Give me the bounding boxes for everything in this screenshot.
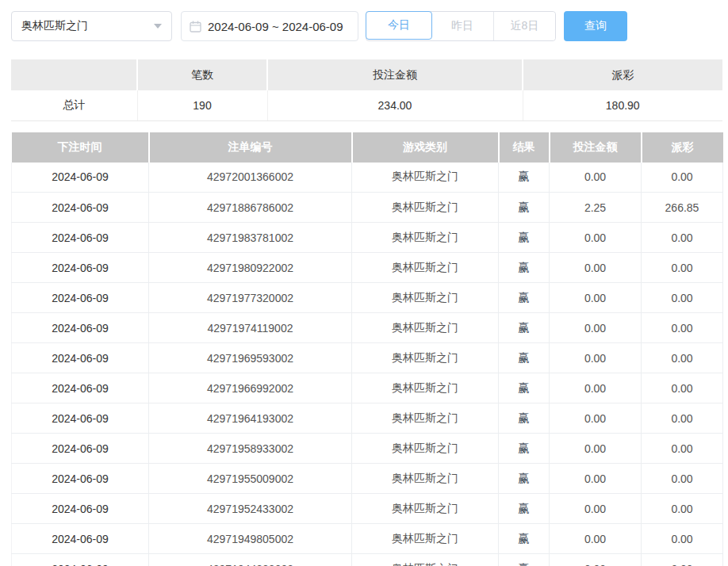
cell-payout: 0.00 bbox=[642, 464, 723, 494]
game-select[interactable]: 奥林匹斯之门 bbox=[11, 11, 172, 41]
cell-order-id: 42971955009002 bbox=[149, 464, 352, 494]
header-game-type: 游戏类别 bbox=[352, 132, 499, 163]
cell-bet-time: 2024-06-09 bbox=[12, 283, 149, 313]
cell-payout: 0.00 bbox=[642, 434, 723, 464]
cell-result: 赢 bbox=[499, 193, 550, 223]
cell-game-type: 奥林匹斯之门 bbox=[352, 554, 499, 566]
cell-payout: 0.00 bbox=[642, 343, 723, 373]
table-row: 2024-06-0942971980922002奥林匹斯之门赢0.000.00 bbox=[12, 253, 723, 283]
query-button[interactable]: 查询 bbox=[564, 11, 627, 41]
cell-payout: 266.85 bbox=[642, 193, 723, 223]
table-row: 2024-06-0942971983781002奥林匹斯之门赢0.000.00 bbox=[12, 223, 723, 253]
table-row: 2024-06-0942971949805002奥林匹斯之门赢0.000.00 bbox=[12, 524, 723, 554]
cell-bet-time: 2024-06-09 bbox=[12, 403, 149, 434]
cell-bet-amount: 0.00 bbox=[550, 524, 642, 554]
cell-bet-amount: 0.00 bbox=[550, 554, 642, 566]
cell-order-id: 42971958933002 bbox=[149, 434, 352, 464]
cell-result: 赢 bbox=[499, 253, 550, 283]
cell-payout: 0.00 bbox=[642, 223, 723, 253]
records-header-row: 下注时间 注单编号 游戏类别 结果 投注金额 派彩 bbox=[12, 132, 723, 163]
cell-result: 赢 bbox=[499, 313, 550, 343]
quick-range-last8days[interactable]: 近8日 bbox=[493, 12, 555, 40]
date-range-picker[interactable]: 2024-06-09 ~ 2024-06-09 bbox=[181, 11, 358, 41]
table-row: 2024-06-0942971944388002奥林匹斯之门赢0.000.00 bbox=[12, 554, 723, 566]
cell-game-type: 奥林匹斯之门 bbox=[352, 464, 499, 494]
records-tbody: 2024-06-0942972001366002奥林匹斯之门赢0.000.002… bbox=[12, 163, 723, 566]
header-bet-time: 下注时间 bbox=[12, 132, 149, 163]
cell-result: 赢 bbox=[499, 554, 550, 566]
cell-game-type: 奥林匹斯之门 bbox=[352, 253, 499, 283]
cell-bet-time: 2024-06-09 bbox=[12, 163, 149, 193]
cell-game-type: 奥林匹斯之门 bbox=[352, 524, 499, 554]
cell-bet-time: 2024-06-09 bbox=[12, 373, 149, 403]
cell-bet-time: 2024-06-09 bbox=[12, 253, 149, 283]
cell-order-id: 42971969593002 bbox=[149, 343, 352, 373]
cell-payout: 0.00 bbox=[642, 373, 723, 403]
cell-game-type: 奥林匹斯之门 bbox=[352, 163, 499, 193]
betting-records-page: 奥林匹斯之门 2024-06-09 ~ 2024-06-09 今日 昨日 近8日… bbox=[0, 0, 728, 566]
cell-bet-time: 2024-06-09 bbox=[12, 434, 149, 464]
cell-result: 赢 bbox=[499, 524, 550, 554]
cell-order-id: 42971974119002 bbox=[149, 313, 352, 343]
header-payout: 派彩 bbox=[642, 132, 723, 163]
cell-game-type: 奥林匹斯之门 bbox=[352, 494, 499, 524]
cell-payout: 0.00 bbox=[642, 313, 723, 343]
calendar-icon bbox=[190, 21, 201, 33]
cell-bet-amount: 0.00 bbox=[550, 283, 642, 313]
cell-bet-amount: 0.00 bbox=[550, 253, 642, 283]
summary-total-count: 190 bbox=[137, 90, 267, 120]
cell-bet-amount: 0.00 bbox=[550, 434, 642, 464]
header-bet-amount: 投注金额 bbox=[550, 132, 642, 163]
header-result: 结果 bbox=[499, 132, 550, 163]
cell-order-id: 42971944388002 bbox=[149, 554, 352, 566]
cell-bet-amount: 0.00 bbox=[550, 494, 642, 524]
cell-game-type: 奥林匹斯之门 bbox=[352, 223, 499, 253]
summary-total-row: 总计 190 234.00 180.90 bbox=[11, 90, 722, 120]
cell-game-type: 奥林匹斯之门 bbox=[352, 343, 499, 373]
cell-result: 赢 bbox=[499, 343, 550, 373]
cell-payout: 0.00 bbox=[642, 403, 723, 434]
cell-order-id: 42971977320002 bbox=[149, 283, 352, 313]
summary-table: 笔数 投注金额 派彩 总计 190 234.00 180.90 bbox=[11, 59, 722, 121]
cell-bet-time: 2024-06-09 bbox=[12, 193, 149, 223]
summary-header-payout: 派彩 bbox=[523, 59, 722, 90]
cell-result: 赢 bbox=[499, 223, 550, 253]
cell-result: 赢 bbox=[499, 163, 550, 193]
cell-bet-time: 2024-06-09 bbox=[12, 343, 149, 373]
quick-range-today[interactable]: 今日 bbox=[366, 11, 432, 40]
table-row: 2024-06-0942971969593002奥林匹斯之门赢0.000.00 bbox=[12, 343, 723, 373]
cell-result: 赢 bbox=[499, 494, 550, 524]
table-row: 2024-06-0942971958933002奥林匹斯之门赢0.000.00 bbox=[12, 434, 723, 464]
table-row: 2024-06-0942971974119002奥林匹斯之门赢0.000.00 bbox=[12, 313, 723, 343]
cell-game-type: 奥林匹斯之门 bbox=[352, 313, 499, 343]
cell-order-id: 42971966992002 bbox=[149, 373, 352, 403]
cell-bet-amount: 0.00 bbox=[550, 223, 642, 253]
cell-bet-time: 2024-06-09 bbox=[12, 313, 149, 343]
cell-order-id: 42971886786002 bbox=[149, 193, 352, 223]
cell-payout: 0.00 bbox=[642, 283, 723, 313]
cell-bet-time: 2024-06-09 bbox=[12, 524, 149, 554]
cell-game-type: 奥林匹斯之门 bbox=[352, 373, 499, 403]
summary-total-bet-amount: 234.00 bbox=[267, 90, 523, 120]
date-range-value: 2024-06-09 ~ 2024-06-09 bbox=[208, 20, 343, 33]
cell-bet-time: 2024-06-09 bbox=[12, 554, 149, 566]
cell-bet-amount: 0.00 bbox=[550, 163, 642, 193]
cell-order-id: 42971952433002 bbox=[149, 494, 352, 524]
table-row: 2024-06-0942971955009002奥林匹斯之门赢0.000.00 bbox=[12, 464, 723, 494]
chevron-down-icon bbox=[154, 24, 162, 29]
cell-bet-amount: 0.00 bbox=[550, 373, 642, 403]
cell-order-id: 42971980922002 bbox=[149, 253, 352, 283]
cell-payout: 0.00 bbox=[642, 163, 723, 193]
cell-order-id: 42971983781002 bbox=[149, 223, 352, 253]
table-row: 2024-06-0942972001366002奥林匹斯之门赢0.000.00 bbox=[12, 163, 723, 193]
summary-total-label: 总计 bbox=[11, 90, 137, 120]
summary-total-payout: 180.90 bbox=[523, 90, 722, 120]
cell-bet-amount: 0.00 bbox=[550, 403, 642, 434]
table-row: 2024-06-0942971886786002奥林匹斯之门赢2.25266.8… bbox=[12, 193, 723, 223]
cell-payout: 0.00 bbox=[642, 554, 723, 566]
quick-range-yesterday[interactable]: 昨日 bbox=[431, 12, 493, 40]
cell-result: 赢 bbox=[499, 403, 550, 434]
cell-order-id: 42972001366002 bbox=[149, 163, 352, 193]
cell-game-type: 奥林匹斯之门 bbox=[352, 283, 499, 313]
summary-header-bet-amount: 投注金额 bbox=[267, 59, 523, 90]
